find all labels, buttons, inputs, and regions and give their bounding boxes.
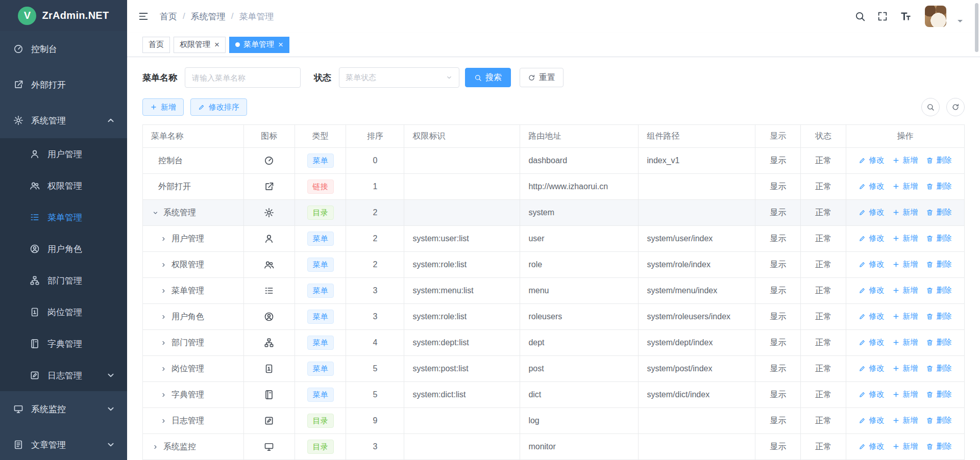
row-add-link[interactable]: 新增 <box>892 156 918 165</box>
row-add-link[interactable]: 新增 <box>892 234 918 243</box>
trash-icon <box>926 443 934 450</box>
sidebar-item-roleusers[interactable]: 用户角色 <box>0 233 127 265</box>
font-size-icon[interactable] <box>899 10 912 22</box>
row-edit-link[interactable]: 修改 <box>859 442 884 451</box>
row-edit-link[interactable]: 修改 <box>859 182 884 191</box>
row-expand-chevron-right-icon[interactable] <box>160 392 167 398</box>
row-edit-link[interactable]: 修改 <box>859 260 884 269</box>
row-add-link[interactable]: 新增 <box>892 390 918 399</box>
row-delete-link[interactable]: 删除 <box>926 442 951 451</box>
tab-close-icon[interactable]: × <box>214 40 219 49</box>
row-add-link[interactable]: 新增 <box>892 182 918 191</box>
cell-actions: 修改新增删除 <box>846 174 964 200</box>
breadcrumb-separator: / <box>183 11 185 21</box>
row-add-link[interactable]: 新增 <box>892 208 918 217</box>
sidebar-item-dept[interactable]: 部门管理 <box>0 265 127 296</box>
app-logo[interactable]: V ZrAdmin.NET <box>0 0 127 31</box>
row-delete-link[interactable]: 删除 <box>926 338 951 347</box>
row-expand-chevron-right-icon[interactable] <box>160 288 167 294</box>
row-add-link[interactable]: 新增 <box>892 416 918 425</box>
row-expand-chevron-right-icon[interactable] <box>160 340 167 346</box>
row-edit-link[interactable]: 修改 <box>859 416 884 425</box>
row-add-link[interactable]: 新增 <box>892 442 918 451</box>
cell-type: 菜单 <box>295 356 346 382</box>
row-edit-link[interactable]: 修改 <box>859 208 884 217</box>
search-button[interactable]: 搜索 <box>465 68 511 87</box>
cell-component: system/role/index <box>639 252 755 278</box>
row-add-link[interactable]: 新增 <box>892 286 918 295</box>
row-edit-link[interactable]: 修改 <box>859 156 884 165</box>
row-add-link[interactable]: 新增 <box>892 312 918 321</box>
search-icon[interactable] <box>854 11 866 22</box>
user-avatar[interactable] <box>925 6 946 27</box>
menu-name-input[interactable] <box>185 67 301 88</box>
sidebar-item-post[interactable]: 岗位管理 <box>0 296 127 328</box>
cell-route: dashboard <box>520 148 639 174</box>
row-expand-chevron-right-icon[interactable] <box>160 236 167 242</box>
hamburger-icon[interactable] <box>138 11 149 21</box>
sidebar-item-external[interactable]: 外部打开 <box>0 67 127 103</box>
row-edit-link[interactable]: 修改 <box>859 286 884 295</box>
row-expand-chevron-right-icon[interactable] <box>160 314 167 320</box>
breadcrumb-home[interactable]: 首页 <box>160 11 177 22</box>
edit-sort-button[interactable]: 修改排序 <box>190 98 247 116</box>
edit-icon <box>859 209 866 216</box>
status-select[interactable]: 菜单状态 <box>339 67 459 88</box>
row-delete-link[interactable]: 删除 <box>926 416 951 425</box>
row-delete-link[interactable]: 删除 <box>926 286 951 295</box>
sidebar-item-system[interactable]: 系统管理 <box>0 103 127 138</box>
breadcrumb-system[interactable]: 系统管理 <box>191 11 226 22</box>
row-delete-link[interactable]: 删除 <box>926 156 951 165</box>
sidebar-item-role[interactable]: 权限管理 <box>0 170 127 201</box>
fullscreen-icon[interactable] <box>877 11 888 22</box>
sidebar-item-menu[interactable]: 菜单管理 <box>0 201 127 233</box>
trash-icon <box>926 391 934 398</box>
row-expand-chevron-right-icon[interactable] <box>160 418 167 424</box>
avatar-dropdown-caret-icon[interactable] <box>958 20 963 25</box>
row-delete-link[interactable]: 删除 <box>926 364 951 373</box>
sidebar-item-monitor[interactable]: 系统监控 <box>0 391 127 427</box>
trash-icon <box>926 261 934 268</box>
sidebar-item-console[interactable]: 控制台 <box>0 31 127 67</box>
add-button[interactable]: 新增 <box>142 98 184 116</box>
tab-home[interactable]: 首页 <box>142 37 170 53</box>
row-edit-link[interactable]: 修改 <box>859 364 884 373</box>
row-edit-link[interactable]: 修改 <box>859 390 884 399</box>
scrollbar-thumb[interactable] <box>975 3 978 52</box>
row-edit-link[interactable]: 修改 <box>859 234 884 243</box>
row-add-link[interactable]: 新增 <box>892 364 918 373</box>
filter-form: 菜单名称 状态 菜单状态 搜索 重置 <box>142 67 965 88</box>
row-delete-link[interactable]: 删除 <box>926 260 951 269</box>
row-add-link[interactable]: 新增 <box>892 338 918 347</box>
row-delete-link[interactable]: 删除 <box>926 234 951 243</box>
sidebar-item-article[interactable]: 文章管理 <box>0 427 127 460</box>
row-delete-link[interactable]: 删除 <box>926 182 951 191</box>
plus-icon <box>892 261 900 268</box>
refresh-button[interactable] <box>946 98 965 116</box>
row-edit-link[interactable]: 修改 <box>859 312 884 321</box>
cell-type: 菜单 <box>295 382 346 408</box>
cell-icon <box>243 382 295 408</box>
row-expand-chevron-right-icon[interactable] <box>152 444 159 450</box>
cell-icon <box>243 174 295 200</box>
row-expand-chevron-right-icon[interactable] <box>160 366 167 372</box>
tab-role[interactable]: 权限管理× <box>174 37 226 53</box>
cell-sort: 5 <box>346 382 404 408</box>
row-add-link[interactable]: 新增 <box>892 260 918 269</box>
row-edit-link[interactable]: 修改 <box>859 338 884 347</box>
reset-button[interactable]: 重置 <box>520 68 564 87</box>
row-delete-link[interactable]: 删除 <box>926 312 951 321</box>
row-delete-link[interactable]: 删除 <box>926 390 951 399</box>
row-expand-chevron-right-icon[interactable] <box>160 262 167 268</box>
cell-status: 正常 <box>801 226 846 252</box>
sidebar-item-log[interactable]: 日志管理 <box>0 360 127 391</box>
sidebar-item-dict[interactable]: 字典管理 <box>0 328 127 360</box>
row-delete-link[interactable]: 删除 <box>926 208 951 217</box>
sidebar: V ZrAdmin.NET 控制台外部打开系统管理用户管理权限管理菜单管理用户角… <box>0 0 127 460</box>
tab-menu[interactable]: 菜单管理× <box>229 37 289 53</box>
tab-close-icon[interactable]: × <box>278 40 283 49</box>
cell-visible: 显示 <box>755 356 801 382</box>
show-search-button[interactable] <box>921 98 940 116</box>
sidebar-item-user[interactable]: 用户管理 <box>0 138 127 170</box>
row-expand-chevron-down-icon[interactable] <box>152 210 159 216</box>
